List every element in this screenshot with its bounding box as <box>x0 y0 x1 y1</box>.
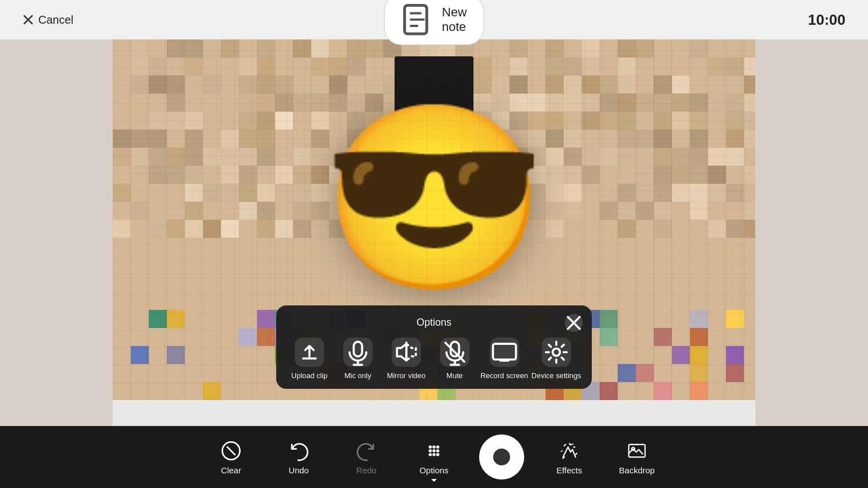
clear-label: Clear <box>221 465 241 475</box>
option-mute[interactable]: Mute <box>432 338 477 380</box>
x-icon <box>23 14 34 25</box>
options-grid-icon <box>423 440 445 462</box>
effects-label: Effects <box>556 465 582 475</box>
sidebar-left <box>0 39 113 426</box>
mirror-video-label: Mirror video <box>387 371 426 380</box>
toolbar-undo[interactable]: Undo <box>265 434 333 481</box>
clear-icon <box>220 440 242 462</box>
device-settings-label: Device settings <box>532 371 581 380</box>
option-upload-clip[interactable]: Upload clip <box>287 338 332 380</box>
option-mirror-video[interactable]: Mirror video <box>384 338 429 380</box>
backdrop-label: Backdrop <box>619 465 654 475</box>
header: Cancel New note 10:00 <box>0 0 868 39</box>
svg-rect-16 <box>493 344 516 360</box>
mic-only-icon <box>343 338 373 367</box>
option-record-screen[interactable]: Record screen <box>480 338 528 380</box>
new-note-label: New note <box>442 5 470 34</box>
device-settings-icon <box>542 338 571 367</box>
mirror-video-icon <box>392 338 421 367</box>
svg-rect-8 <box>353 341 362 356</box>
toolbar-redo[interactable]: Redo <box>333 434 400 481</box>
option-mic-only[interactable]: Mic only <box>335 338 380 380</box>
redo-icon <box>355 440 378 462</box>
bottom-toolbar: Clear Undo Redo <box>0 426 868 488</box>
redo-label: Redo <box>356 465 377 475</box>
toolbar-backdrop[interactable]: Backdrop <box>603 434 671 481</box>
svg-point-28 <box>429 452 432 456</box>
upload-clip-label: Upload clip <box>291 371 327 380</box>
time-display: 10:00 <box>808 11 846 29</box>
mic-only-label: Mic only <box>344 371 371 380</box>
options-close-button[interactable] <box>565 314 583 332</box>
undo-label: Undo <box>289 465 309 475</box>
svg-point-30 <box>436 452 440 456</box>
svg-point-22 <box>429 445 432 449</box>
svg-point-29 <box>432 452 436 456</box>
undo-icon <box>287 440 310 462</box>
options-popup: Options Upload <box>276 305 592 389</box>
svg-point-23 <box>432 445 436 449</box>
svg-line-21 <box>227 447 234 454</box>
options-title: Options <box>417 317 451 329</box>
mute-icon <box>440 338 470 367</box>
options-header: Options <box>285 317 583 329</box>
cancel-button[interactable]: Cancel <box>23 14 73 26</box>
video-area: 😎 Options <box>113 39 755 400</box>
backdrop-icon <box>626 440 648 462</box>
record-screen-label: Record screen <box>480 371 528 380</box>
options-label: Options <box>419 465 449 475</box>
upload-clip-icon <box>295 338 324 367</box>
svg-point-26 <box>432 449 436 452</box>
toolbar-options[interactable]: Options <box>400 434 468 481</box>
toolbar-clear[interactable]: Clear <box>197 434 265 481</box>
svg-point-32 <box>573 446 575 447</box>
option-device-settings[interactable]: Device settings <box>532 338 581 380</box>
main-content: 😎 Options <box>0 39 868 426</box>
note-icon <box>398 1 437 39</box>
svg-point-27 <box>436 449 440 452</box>
cancel-label: Cancel <box>38 14 73 26</box>
mute-label: Mute <box>446 371 463 380</box>
options-active-indicator <box>431 479 437 482</box>
svg-point-19 <box>552 349 560 356</box>
record-button[interactable] <box>479 434 524 480</box>
svg-point-25 <box>429 449 432 452</box>
svg-point-24 <box>436 445 440 449</box>
toolbar-effects[interactable]: Effects <box>535 434 603 481</box>
effects-icon <box>558 440 581 462</box>
new-note-button[interactable]: New note <box>384 0 484 45</box>
record-screen-icon <box>490 338 519 367</box>
sidebar-right <box>755 39 868 426</box>
options-items: Upload clip Mic only <box>285 338 583 380</box>
